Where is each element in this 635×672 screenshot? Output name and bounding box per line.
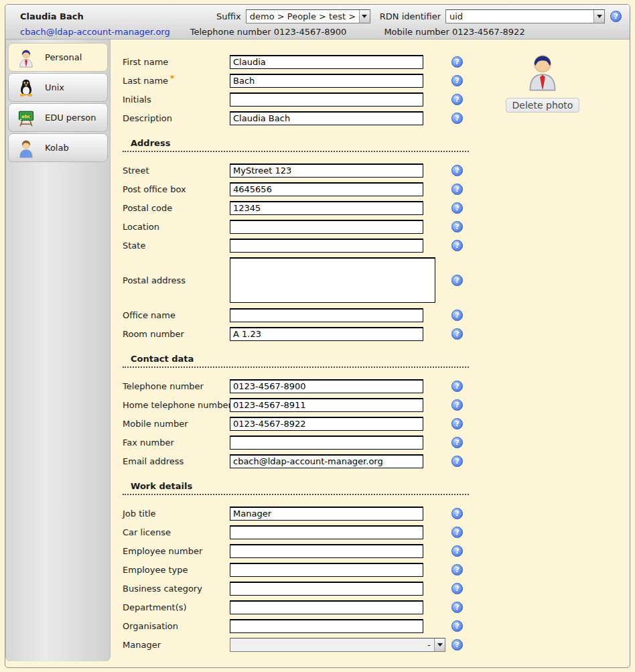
- help-icon[interactable]: ?: [451, 527, 463, 538]
- organisation-input[interactable]: [230, 619, 423, 633]
- employee-type-input[interactable]: [230, 563, 423, 577]
- fax-number-label: Fax number: [123, 438, 230, 448]
- chevron-down-icon[interactable]: [434, 639, 445, 651]
- postal-code-label: Postal code: [123, 203, 230, 213]
- sidebar-tab-kolab[interactable]: Kolab: [8, 133, 108, 162]
- help-icon[interactable]: ?: [451, 437, 463, 448]
- sidebar-tab-personal[interactable]: Personal: [8, 43, 108, 72]
- delete-photo-button[interactable]: Delete photo: [506, 98, 580, 113]
- field-label-text: Mobile number: [123, 419, 188, 429]
- form-row-room-number: Room number?: [123, 324, 630, 343]
- home-telephone-number-input[interactable]: [230, 398, 423, 412]
- field-label-text: Business category: [123, 584, 202, 594]
- help-icon[interactable]: ?: [610, 11, 622, 22]
- manager-select[interactable]: -: [230, 638, 445, 652]
- form-row-mobile-number: Mobile number?: [123, 414, 630, 433]
- help-icon[interactable]: ?: [451, 620, 463, 632]
- suffix-label: Suffix: [216, 11, 241, 21]
- page-title: Claudia Bach: [20, 11, 84, 21]
- field-label-text: First name: [123, 57, 168, 67]
- help-icon[interactable]: ?: [451, 456, 463, 467]
- state-input[interactable]: [230, 239, 423, 253]
- section-header-work-details: Work details: [123, 481, 469, 495]
- job-title-input[interactable]: [230, 507, 423, 521]
- form-row-job-title: Job title?: [123, 504, 630, 523]
- field-label-text: Telephone number: [123, 381, 204, 391]
- form-row-business-category: Business category?: [123, 579, 630, 598]
- help-icon[interactable]: ?: [451, 184, 463, 195]
- department-s-input[interactable]: [230, 600, 423, 614]
- help-icon[interactable]: ?: [451, 113, 463, 124]
- help-icon[interactable]: ?: [451, 399, 463, 411]
- car-license-input[interactable]: [230, 525, 423, 539]
- field-label-text: Home telephone number: [123, 400, 232, 410]
- suffix-select[interactable]: demo > People > test > de: [246, 9, 370, 23]
- employee-type-label: Employee type: [123, 565, 230, 575]
- help-icon[interactable]: ?: [451, 639, 463, 651]
- mobile-number-input[interactable]: [230, 417, 423, 431]
- help-icon[interactable]: ?: [451, 310, 463, 321]
- help-icon[interactable]: ?: [451, 275, 463, 286]
- form-row-post-office-box: Post office box?: [123, 180, 630, 198]
- fax-number-input[interactable]: [230, 435, 423, 450]
- field-label-text: Manager: [123, 640, 161, 650]
- initials-input[interactable]: [230, 92, 423, 107]
- organisation-label: Organisation: [123, 621, 230, 631]
- form-row-street: Street?: [123, 161, 630, 180]
- email-address-input[interactable]: [230, 454, 423, 468]
- location-input[interactable]: [230, 220, 423, 234]
- sidebar-tab-label: Unix: [45, 82, 64, 92]
- sidebar-tab-unix[interactable]: Unix: [8, 73, 108, 102]
- manager-label: Manager: [123, 640, 230, 650]
- help-icon[interactable]: ?: [451, 75, 463, 86]
- post-office-box-input[interactable]: [230, 182, 423, 196]
- employee-number-input[interactable]: [230, 544, 423, 558]
- form-row-car-license: Car license?: [123, 523, 630, 541]
- street-input[interactable]: [230, 163, 423, 178]
- help-icon[interactable]: ?: [451, 418, 463, 429]
- office-name-label: Office name: [123, 310, 230, 320]
- help-icon[interactable]: ?: [451, 564, 463, 576]
- help-icon[interactable]: ?: [451, 240, 463, 251]
- help-icon[interactable]: ?: [451, 202, 463, 214]
- postal-address-label: Postal address: [123, 275, 230, 285]
- help-icon[interactable]: ?: [451, 94, 463, 105]
- form-row-postal-address: Postal address?: [123, 255, 630, 306]
- office-name-input[interactable]: [230, 308, 423, 322]
- form-row-department-s: Department(s)?: [123, 598, 630, 616]
- help-icon[interactable]: ?: [451, 508, 463, 519]
- help-icon[interactable]: ?: [451, 602, 463, 613]
- business-category-input[interactable]: [230, 582, 423, 596]
- form-row-location: Location?: [123, 217, 630, 236]
- room-number-input[interactable]: [230, 327, 423, 341]
- form-row-state: State?: [123, 236, 630, 255]
- field-label-text: Location: [123, 222, 159, 232]
- kolab-person-icon: [16, 137, 36, 159]
- help-icon[interactable]: ?: [451, 165, 463, 176]
- chevron-down-icon[interactable]: [359, 10, 370, 23]
- form-row-fax-number: Fax number?: [123, 433, 630, 452]
- field-label-text: Organisation: [123, 621, 178, 631]
- room-number-label: Room number: [123, 329, 230, 339]
- help-icon[interactable]: ?: [451, 328, 463, 340]
- help-icon[interactable]: ?: [451, 583, 463, 594]
- field-label-text: Postal code: [123, 203, 172, 213]
- help-icon[interactable]: ?: [451, 56, 463, 68]
- help-icon[interactable]: ?: [451, 381, 463, 392]
- home-telephone-number-label: Home telephone number: [123, 400, 230, 410]
- description-input[interactable]: [230, 111, 423, 125]
- email-link[interactable]: cbach@ldap-account-manager.org: [20, 27, 170, 37]
- account-window: Claudia Bach Suffix demo > People > test…: [5, 4, 630, 668]
- sidebar-tab-label: EDU person: [45, 113, 96, 123]
- telephone-number-input[interactable]: [230, 379, 423, 393]
- penguin-icon: [16, 77, 36, 98]
- sidebar-tab-edu-person[interactable]: abc EDU person: [8, 103, 108, 132]
- postal-code-input[interactable]: [230, 201, 423, 215]
- help-icon[interactable]: ?: [451, 221, 463, 232]
- help-icon[interactable]: ?: [451, 545, 463, 557]
- postal-address-textarea[interactable]: [230, 257, 435, 303]
- chevron-down-icon[interactable]: [593, 10, 604, 23]
- first-name-input[interactable]: [230, 55, 423, 69]
- last-name-input[interactable]: [230, 74, 423, 88]
- rdn-identifier-select[interactable]: uid: [445, 9, 605, 23]
